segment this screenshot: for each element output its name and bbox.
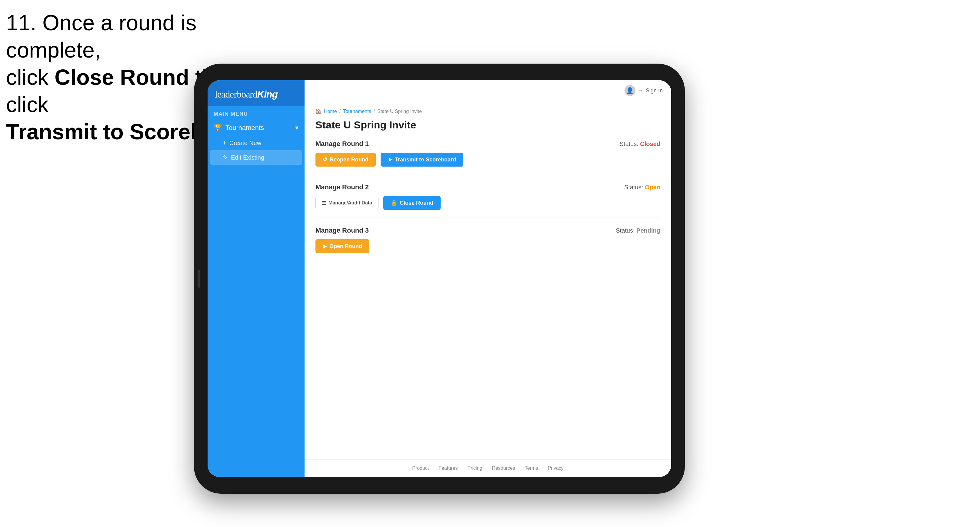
audit-icon: ☰: [322, 200, 326, 206]
open-round-button[interactable]: ▶ Open Round: [315, 239, 369, 253]
plus-icon: +: [223, 140, 226, 147]
tablet-device: leaderboardKing MAIN MENU 🏆 Tournaments …: [194, 63, 685, 494]
manage-audit-label: Manage/Audit Data: [328, 200, 372, 206]
round-3-header: Manage Round 3 Status: Pending: [315, 227, 660, 235]
round-1-header: Manage Round 1 Status: Closed: [315, 140, 660, 148]
footer-pricing[interactable]: Pricing: [467, 465, 482, 471]
sidebar-section-label: MAIN MENU: [208, 106, 305, 120]
content-area: 🏠 Home / Tournaments / State U Spring In…: [305, 101, 671, 459]
footer-terms[interactable]: Terms: [525, 465, 538, 471]
create-new-label: Create New: [229, 140, 261, 147]
breadcrumb-home: 🏠: [315, 108, 321, 114]
sidebar-logo: leaderboardKing: [208, 80, 305, 106]
footer-features[interactable]: Features: [439, 465, 458, 471]
close-round-button[interactable]: 🔒 Close Round: [383, 196, 441, 210]
breadcrumb-home-link[interactable]: Home: [324, 109, 337, 114]
tablet-screen: leaderboardKing MAIN MENU 🏆 Tournaments …: [208, 80, 671, 477]
breadcrumb-current: State U Spring Invite: [377, 109, 422, 114]
sidebar: leaderboardKing MAIN MENU 🏆 Tournaments …: [208, 80, 305, 477]
manage-audit-button[interactable]: ☰ Manage/Audit Data: [315, 197, 379, 209]
edit-existing-label: Edit Existing: [231, 154, 264, 161]
round-1-section: Manage Round 1 Status: Closed ↺ Reopen R…: [315, 140, 660, 174]
breadcrumb: 🏠 Home / Tournaments / State U Spring In…: [315, 108, 660, 114]
round-3-actions: ▶ Open Round: [315, 239, 660, 253]
app-layout: leaderboardKing MAIN MENU 🏆 Tournaments …: [208, 80, 671, 477]
top-bar: 👤 → Sign In: [305, 80, 671, 101]
reopen-icon: ↺: [323, 156, 327, 163]
round-3-status-value: Pending: [636, 227, 660, 234]
instruction-line2: click: [6, 65, 54, 89]
breadcrumb-sep1: /: [339, 109, 340, 114]
round-2-actions: ☰ Manage/Audit Data 🔒 Close Round: [315, 196, 660, 210]
round-1-status: Status: Closed: [619, 141, 660, 148]
sign-in-button[interactable]: 👤 → Sign In: [625, 85, 663, 96]
sign-in-text: Sign In: [646, 87, 663, 94]
instruction-bold1: Close Round: [54, 65, 189, 89]
sign-in-label: →: [638, 87, 643, 94]
logo: leaderboardKing: [215, 89, 297, 100]
round-2-status-value: Open: [645, 184, 660, 190]
sidebar-item-edit-existing[interactable]: ✎ Edit Existing: [210, 150, 302, 165]
round-2-status: Status: Open: [624, 184, 660, 191]
footer: Product Features Pricing Resources Terms…: [305, 459, 671, 477]
close-round-label: Close Round: [400, 200, 433, 206]
instruction-line1: 11. Once a round is complete,: [6, 11, 196, 62]
round-3-section: Manage Round 3 Status: Pending ▶ Open Ro…: [315, 227, 660, 260]
round-1-status-label: Status:: [619, 141, 638, 147]
round-3-status-label: Status:: [616, 227, 635, 234]
transmit-scoreboard-button[interactable]: ➤ Transmit to Scoreboard: [380, 152, 463, 167]
open-icon: ▶: [323, 243, 327, 249]
close-icon: 🔒: [391, 200, 397, 206]
footer-privacy[interactable]: Privacy: [547, 465, 563, 471]
round-3-title: Manage Round 3: [315, 227, 369, 235]
open-round-label: Open Round: [329, 243, 362, 249]
trophy-icon: 🏆: [214, 124, 222, 132]
round-2-title: Manage Round 2: [315, 183, 369, 191]
round-2-section: Manage Round 2 Status: Open ☰ Manage/Aud…: [315, 183, 660, 217]
footer-product[interactable]: Product: [412, 465, 429, 471]
round-1-status-value: Closed: [640, 141, 660, 147]
main-content: 👤 → Sign In 🏠 Home / Tournaments /: [305, 80, 671, 477]
breadcrumb-tournaments-link[interactable]: Tournaments: [343, 109, 371, 114]
sidebar-item-tournaments[interactable]: 🏆 Tournaments ▾: [208, 120, 305, 136]
user-icon: 👤: [626, 87, 634, 94]
round-2-status-label: Status:: [624, 184, 643, 190]
reopen-round-label: Reopen Round: [330, 157, 369, 163]
chevron-down-icon: ▾: [295, 124, 299, 132]
sidebar-tournaments-label: Tournaments: [226, 124, 264, 132]
edit-icon: ✎: [223, 154, 228, 161]
sidebar-item-create-new[interactable]: + Create New: [208, 136, 305, 150]
transmit-scoreboard-label: Transmit to Scoreboard: [395, 157, 456, 163]
tablet-side-button: [197, 270, 200, 288]
breadcrumb-sep2: /: [374, 109, 375, 114]
round-2-header: Manage Round 2 Status: Open: [315, 183, 660, 191]
round-3-status: Status: Pending: [616, 227, 660, 234]
avatar: 👤: [625, 85, 635, 96]
round-1-title: Manage Round 1: [315, 140, 369, 148]
reopen-round-button[interactable]: ↺ Reopen Round: [315, 152, 376, 167]
transmit-icon: ➤: [388, 156, 393, 163]
page-title: State U Spring Invite: [315, 119, 660, 131]
round-1-actions: ↺ Reopen Round ➤ Transmit to Scoreboard: [315, 152, 660, 167]
footer-resources[interactable]: Resources: [492, 465, 515, 471]
